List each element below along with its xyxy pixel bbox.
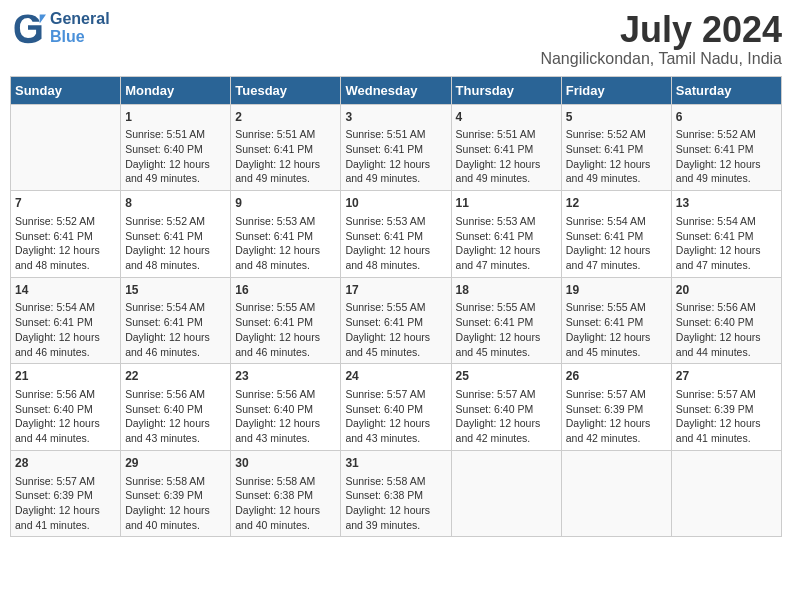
calendar-cell: 31Sunrise: 5:58 AMSunset: 6:38 PMDayligh… — [341, 450, 451, 537]
calendar-cell: 23Sunrise: 5:56 AMSunset: 6:40 PMDayligh… — [231, 364, 341, 451]
header-wednesday: Wednesday — [341, 76, 451, 104]
calendar-cell: 12Sunrise: 5:54 AMSunset: 6:41 PMDayligh… — [561, 191, 671, 278]
cell-info: Sunrise: 5:51 AMSunset: 6:41 PMDaylight:… — [235, 127, 336, 186]
calendar-cell: 22Sunrise: 5:56 AMSunset: 6:40 PMDayligh… — [121, 364, 231, 451]
day-number: 11 — [456, 195, 557, 212]
cell-info: Sunrise: 5:55 AMSunset: 6:41 PMDaylight:… — [566, 300, 667, 359]
day-number: 2 — [235, 109, 336, 126]
cell-info: Sunrise: 5:55 AMSunset: 6:41 PMDaylight:… — [345, 300, 446, 359]
cell-info: Sunrise: 5:57 AMSunset: 6:39 PMDaylight:… — [676, 387, 777, 446]
cell-info: Sunrise: 5:58 AMSunset: 6:39 PMDaylight:… — [125, 474, 226, 533]
day-number: 14 — [15, 282, 116, 299]
week-row-3: 14Sunrise: 5:54 AMSunset: 6:41 PMDayligh… — [11, 277, 782, 364]
calendar-cell: 26Sunrise: 5:57 AMSunset: 6:39 PMDayligh… — [561, 364, 671, 451]
cell-info: Sunrise: 5:51 AMSunset: 6:41 PMDaylight:… — [345, 127, 446, 186]
day-number: 27 — [676, 368, 777, 385]
day-number: 12 — [566, 195, 667, 212]
cell-info: Sunrise: 5:52 AMSunset: 6:41 PMDaylight:… — [125, 214, 226, 273]
page-subtitle: Nangilickondan, Tamil Nadu, India — [540, 50, 782, 68]
day-number: 5 — [566, 109, 667, 126]
logo-icon — [10, 10, 46, 46]
title-area: July 2024 Nangilickondan, Tamil Nadu, In… — [540, 10, 782, 68]
header-friday: Friday — [561, 76, 671, 104]
calendar-cell: 3Sunrise: 5:51 AMSunset: 6:41 PMDaylight… — [341, 104, 451, 191]
day-number: 25 — [456, 368, 557, 385]
header-thursday: Thursday — [451, 76, 561, 104]
calendar-cell: 28Sunrise: 5:57 AMSunset: 6:39 PMDayligh… — [11, 450, 121, 537]
calendar-cell: 16Sunrise: 5:55 AMSunset: 6:41 PMDayligh… — [231, 277, 341, 364]
calendar-cell: 18Sunrise: 5:55 AMSunset: 6:41 PMDayligh… — [451, 277, 561, 364]
cell-info: Sunrise: 5:54 AMSunset: 6:41 PMDaylight:… — [676, 214, 777, 273]
calendar-cell — [561, 450, 671, 537]
calendar-cell: 17Sunrise: 5:55 AMSunset: 6:41 PMDayligh… — [341, 277, 451, 364]
day-number: 24 — [345, 368, 446, 385]
week-row-1: 1Sunrise: 5:51 AMSunset: 6:40 PMDaylight… — [11, 104, 782, 191]
cell-info: Sunrise: 5:57 AMSunset: 6:40 PMDaylight:… — [456, 387, 557, 446]
cell-info: Sunrise: 5:57 AMSunset: 6:40 PMDaylight:… — [345, 387, 446, 446]
day-number: 20 — [676, 282, 777, 299]
calendar-cell: 29Sunrise: 5:58 AMSunset: 6:39 PMDayligh… — [121, 450, 231, 537]
cell-info: Sunrise: 5:54 AMSunset: 6:41 PMDaylight:… — [566, 214, 667, 273]
cell-info: Sunrise: 5:56 AMSunset: 6:40 PMDaylight:… — [15, 387, 116, 446]
day-number: 26 — [566, 368, 667, 385]
cell-info: Sunrise: 5:52 AMSunset: 6:41 PMDaylight:… — [676, 127, 777, 186]
calendar-cell: 6Sunrise: 5:52 AMSunset: 6:41 PMDaylight… — [671, 104, 781, 191]
header: General Blue July 2024 Nangilickondan, T… — [10, 10, 782, 68]
week-row-5: 28Sunrise: 5:57 AMSunset: 6:39 PMDayligh… — [11, 450, 782, 537]
calendar-cell: 11Sunrise: 5:53 AMSunset: 6:41 PMDayligh… — [451, 191, 561, 278]
header-sunday: Sunday — [11, 76, 121, 104]
page-title: July 2024 — [540, 10, 782, 50]
day-number: 23 — [235, 368, 336, 385]
day-number: 13 — [676, 195, 777, 212]
header-monday: Monday — [121, 76, 231, 104]
week-row-2: 7Sunrise: 5:52 AMSunset: 6:41 PMDaylight… — [11, 191, 782, 278]
day-number: 6 — [676, 109, 777, 126]
header-saturday: Saturday — [671, 76, 781, 104]
cell-info: Sunrise: 5:55 AMSunset: 6:41 PMDaylight:… — [235, 300, 336, 359]
cell-info: Sunrise: 5:52 AMSunset: 6:41 PMDaylight:… — [15, 214, 116, 273]
day-number: 17 — [345, 282, 446, 299]
cell-info: Sunrise: 5:54 AMSunset: 6:41 PMDaylight:… — [15, 300, 116, 359]
calendar-cell: 13Sunrise: 5:54 AMSunset: 6:41 PMDayligh… — [671, 191, 781, 278]
day-number: 28 — [15, 455, 116, 472]
day-number: 10 — [345, 195, 446, 212]
cell-info: Sunrise: 5:53 AMSunset: 6:41 PMDaylight:… — [456, 214, 557, 273]
calendar-cell: 15Sunrise: 5:54 AMSunset: 6:41 PMDayligh… — [121, 277, 231, 364]
cell-info: Sunrise: 5:56 AMSunset: 6:40 PMDaylight:… — [125, 387, 226, 446]
cell-info: Sunrise: 5:58 AMSunset: 6:38 PMDaylight:… — [345, 474, 446, 533]
cell-info: Sunrise: 5:53 AMSunset: 6:41 PMDaylight:… — [235, 214, 336, 273]
cell-info: Sunrise: 5:54 AMSunset: 6:41 PMDaylight:… — [125, 300, 226, 359]
calendar-header-row: SundayMondayTuesdayWednesdayThursdayFrid… — [11, 76, 782, 104]
calendar-cell: 1Sunrise: 5:51 AMSunset: 6:40 PMDaylight… — [121, 104, 231, 191]
day-number: 30 — [235, 455, 336, 472]
calendar-cell: 19Sunrise: 5:55 AMSunset: 6:41 PMDayligh… — [561, 277, 671, 364]
cell-info: Sunrise: 5:51 AMSunset: 6:41 PMDaylight:… — [456, 127, 557, 186]
week-row-4: 21Sunrise: 5:56 AMSunset: 6:40 PMDayligh… — [11, 364, 782, 451]
day-number: 1 — [125, 109, 226, 126]
calendar-cell: 21Sunrise: 5:56 AMSunset: 6:40 PMDayligh… — [11, 364, 121, 451]
calendar-cell: 10Sunrise: 5:53 AMSunset: 6:41 PMDayligh… — [341, 191, 451, 278]
calendar-cell: 24Sunrise: 5:57 AMSunset: 6:40 PMDayligh… — [341, 364, 451, 451]
cell-info: Sunrise: 5:52 AMSunset: 6:41 PMDaylight:… — [566, 127, 667, 186]
calendar-cell: 4Sunrise: 5:51 AMSunset: 6:41 PMDaylight… — [451, 104, 561, 191]
logo: General Blue — [10, 10, 110, 46]
day-number: 19 — [566, 282, 667, 299]
day-number: 31 — [345, 455, 446, 472]
calendar-cell: 30Sunrise: 5:58 AMSunset: 6:38 PMDayligh… — [231, 450, 341, 537]
calendar-cell — [671, 450, 781, 537]
header-tuesday: Tuesday — [231, 76, 341, 104]
cell-info: Sunrise: 5:55 AMSunset: 6:41 PMDaylight:… — [456, 300, 557, 359]
calendar-cell: 5Sunrise: 5:52 AMSunset: 6:41 PMDaylight… — [561, 104, 671, 191]
day-number: 22 — [125, 368, 226, 385]
day-number: 16 — [235, 282, 336, 299]
day-number: 21 — [15, 368, 116, 385]
calendar-table: SundayMondayTuesdayWednesdayThursdayFrid… — [10, 76, 782, 538]
calendar-cell: 20Sunrise: 5:56 AMSunset: 6:40 PMDayligh… — [671, 277, 781, 364]
cell-info: Sunrise: 5:57 AMSunset: 6:39 PMDaylight:… — [566, 387, 667, 446]
calendar-cell: 27Sunrise: 5:57 AMSunset: 6:39 PMDayligh… — [671, 364, 781, 451]
cell-info: Sunrise: 5:58 AMSunset: 6:38 PMDaylight:… — [235, 474, 336, 533]
day-number: 15 — [125, 282, 226, 299]
calendar-cell: 14Sunrise: 5:54 AMSunset: 6:41 PMDayligh… — [11, 277, 121, 364]
cell-info: Sunrise: 5:51 AMSunset: 6:40 PMDaylight:… — [125, 127, 226, 186]
day-number: 8 — [125, 195, 226, 212]
